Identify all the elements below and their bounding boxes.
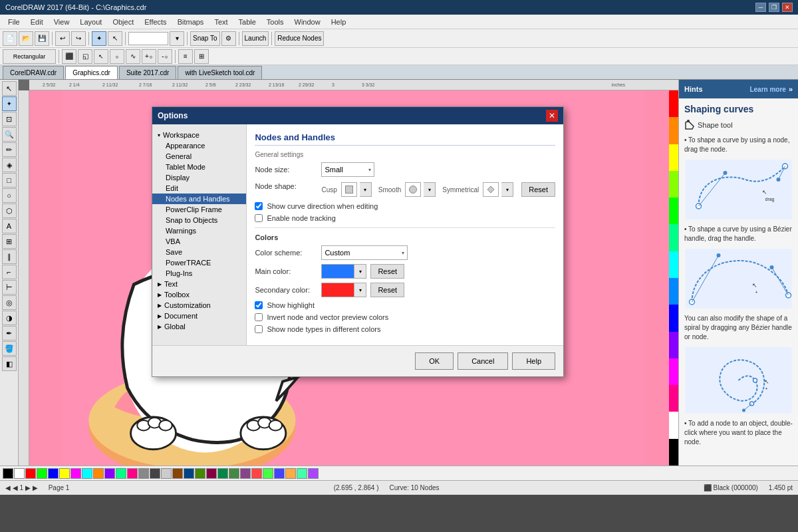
rect-mode-btn[interactable]: Rectangular <box>3 49 56 64</box>
rectangle-tool[interactable]: □ <box>2 173 17 188</box>
menu-item-tools[interactable]: Tools <box>261 17 289 27</box>
save-btn[interactable]: 💾 <box>35 31 49 46</box>
cusp-dropdown[interactable]: ▾ <box>360 182 372 197</box>
palette-swatch[interactable] <box>138 468 149 479</box>
align-btn[interactable]: ≡ <box>178 49 193 64</box>
palette-swatch[interactable] <box>251 468 262 479</box>
main-color-reset-btn[interactable]: Reset <box>370 264 404 279</box>
tree-item-edit[interactable]: Edit <box>152 183 246 194</box>
tree-item-global[interactable]: ▶Global <box>152 321 246 332</box>
palette-swatch[interactable] <box>82 468 92 479</box>
zoom-tool[interactable]: 🔍 <box>2 127 17 142</box>
palette-swatch[interactable] <box>150 468 160 479</box>
tree-item-customization[interactable]: ▶Customization <box>152 300 246 311</box>
canvas-area[interactable]: 2 5/32 2 1/4 2 11/32 2 7/16 2 11/32 2 5/… <box>19 80 678 466</box>
tree-item-text[interactable]: ▶Text <box>152 279 246 289</box>
redo-btn[interactable]: ↪ <box>71 31 86 46</box>
tree-item-warnings[interactable]: Warnings <box>152 225 246 236</box>
tab-0[interactable]: CorelDRAW.cdr <box>3 66 64 79</box>
menu-item-layout[interactable]: Layout <box>74 17 107 27</box>
palette-swatch[interactable] <box>274 468 285 479</box>
menu-item-bitmaps[interactable]: Bitmaps <box>172 17 209 27</box>
menu-item-window[interactable]: Window <box>289 17 326 27</box>
cancel-btn[interactable]: Cancel <box>458 352 508 370</box>
palette-swatch[interactable] <box>104 468 115 479</box>
palette-swatch[interactable] <box>59 468 70 479</box>
smart-fill[interactable]: ◈ <box>2 158 17 172</box>
menu-item-file[interactable]: File <box>3 17 25 27</box>
measure-tool[interactable]: ⊢ <box>2 280 17 295</box>
menu-item-table[interactable]: Table <box>233 17 261 27</box>
palette-swatch[interactable] <box>14 468 25 479</box>
tree-item-nodes-and-handles[interactable]: Nodes and Handles <box>152 194 246 204</box>
page-nav[interactable]: ◀ ◀ 1 ▶ ▶ <box>5 484 38 491</box>
tool-opt1[interactable]: ⬛ <box>62 49 76 64</box>
tab-3[interactable]: with LiveSketch tool.cdr <box>178 66 262 79</box>
tree-item-tablet-mode[interactable]: Tablet Mode <box>152 162 246 172</box>
invert-colors-checkbox[interactable] <box>255 313 263 321</box>
main-color-dropdown[interactable]: ▾ <box>354 264 366 279</box>
color-scheme-select[interactable]: Custom ▾ <box>321 245 408 260</box>
menu-item-help[interactable]: Help <box>326 17 352 27</box>
show-curve-checkbox[interactable] <box>255 202 263 210</box>
shape-tool[interactable]: ✦ <box>2 96 17 111</box>
pointer-tool[interactable]: ↖ <box>2 81 17 96</box>
crop-tool[interactable]: ⊡ <box>2 112 17 126</box>
tree-item-toolbox[interactable]: ▶Toolbox <box>152 289 246 300</box>
palette-swatch[interactable] <box>195 468 205 479</box>
zoom-dropdown[interactable]: ▾ <box>170 31 184 46</box>
reset-shape-btn[interactable]: Reset <box>521 182 555 197</box>
show-highlight-checkbox[interactable] <box>255 301 263 309</box>
palette-swatch[interactable] <box>3 468 13 479</box>
palette-swatch[interactable] <box>184 468 194 479</box>
symmetrical-dropdown[interactable]: ▾ <box>501 182 513 197</box>
tree-item-general[interactable]: General <box>152 151 246 162</box>
open-btn[interactable]: 📂 <box>19 31 33 46</box>
launch-btn[interactable]: Launch <box>242 31 269 46</box>
help-btn[interactable]: Help <box>512 352 555 370</box>
palette-swatch[interactable] <box>217 468 228 479</box>
tree-item-workspace[interactable]: ▾Workspace <box>152 130 246 140</box>
palette-swatch[interactable] <box>70 468 81 479</box>
distribute-btn[interactable]: ⊞ <box>194 49 209 64</box>
main-color-swatch[interactable] <box>321 264 354 279</box>
curve-tool[interactable]: ∿ <box>126 49 140 64</box>
menu-item-edit[interactable]: Edit <box>25 17 49 27</box>
menu-item-text[interactable]: Text <box>209 17 233 27</box>
node-del[interactable]: -⬦ <box>158 49 172 64</box>
palette-swatch[interactable] <box>308 468 319 479</box>
palette-swatch[interactable] <box>172 468 183 479</box>
ok-btn[interactable]: OK <box>415 352 454 370</box>
minimize-btn[interactable]: ─ <box>755 3 766 12</box>
palette-swatch[interactable] <box>240 468 251 479</box>
restore-btn[interactable]: ❐ <box>769 3 779 12</box>
node-select[interactable]: ↖ <box>94 49 108 64</box>
palette-swatch[interactable] <box>116 468 126 479</box>
node-add[interactable]: +⬦ <box>142 49 156 64</box>
zoom-input[interactable]: 1753% <box>128 32 168 45</box>
tree-item-appearance[interactable]: Appearance <box>152 140 246 151</box>
menu-item-object[interactable]: Object <box>107 17 139 27</box>
dialog-close-btn[interactable]: ✕ <box>546 110 558 122</box>
reduce-nodes-btn[interactable]: Reduce Nodes <box>275 31 324 46</box>
text-tool[interactable]: A <box>2 219 17 233</box>
show-node-types-checkbox[interactable] <box>255 325 263 333</box>
interactive-fill[interactable]: ◧ <box>2 356 17 371</box>
freehand-tool[interactable]: ✏ <box>2 142 17 157</box>
blend-tool[interactable]: ◎ <box>2 295 17 310</box>
close-btn[interactable]: ✕ <box>782 3 793 12</box>
palette-swatch[interactable] <box>48 468 59 479</box>
tree-item-vba[interactable]: VBA <box>152 236 246 247</box>
tab-1[interactable]: Graphics.cdr <box>65 66 118 79</box>
tree-item-save[interactable]: Save <box>152 247 246 257</box>
tree-item-powerclip-frame[interactable]: PowerClip Frame <box>152 204 246 215</box>
palette-swatch[interactable] <box>229 468 239 479</box>
tree-item-snap-to-objects[interactable]: Snap to Objects <box>152 215 246 225</box>
tree-item-document[interactable]: ▶Document <box>152 311 246 321</box>
enable-tracking-checkbox[interactable] <box>255 214 263 222</box>
polygon-tool[interactable]: ⬡ <box>2 203 17 218</box>
parallel-tool[interactable]: ∥ <box>2 249 17 264</box>
eyedropper-tool[interactable]: ✒ <box>2 326 17 340</box>
ellipse-tool[interactable]: ○ <box>2 188 17 203</box>
table-tool[interactable]: ⊞ <box>2 234 17 249</box>
